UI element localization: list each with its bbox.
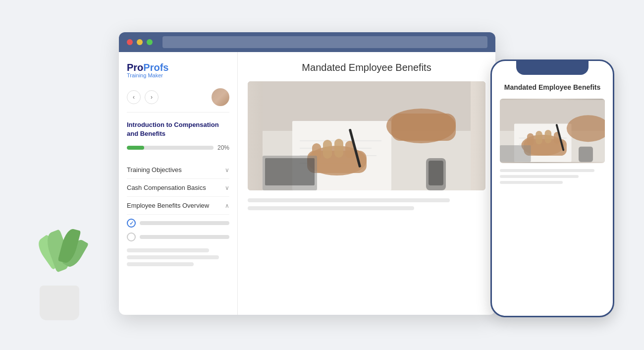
placeholder-line	[127, 248, 209, 252]
phone-placeholder-line	[500, 175, 579, 178]
main-content: Mandated Employee Benefits	[238, 52, 495, 315]
svg-rect-33	[500, 145, 531, 162]
svg-rect-19	[429, 161, 443, 185]
phone-lesson-title: Mandated Employee Benefits	[500, 83, 605, 93]
progress-bar-background	[127, 146, 214, 150]
placeholder-lines	[127, 248, 229, 273]
browser-window: ProProfs Training Maker ‹ › Introduction…	[119, 32, 495, 315]
sidebar-item-training-objectives[interactable]: Training Objectives ∨	[127, 161, 229, 179]
browser-titlebar	[119, 32, 495, 52]
forward-button[interactable]: ›	[145, 90, 159, 104]
course-title: Introduction to Compensation and Benefit…	[127, 120, 229, 138]
sidebar: ProProfs Training Maker ‹ › Introduction…	[119, 52, 238, 315]
sub-item-bar	[140, 235, 229, 239]
empty-circle-icon	[127, 233, 136, 241]
phone-placeholder-line	[500, 181, 563, 184]
plant-leaves	[35, 226, 84, 286]
svg-rect-29	[545, 130, 551, 143]
progress-row: 20%	[127, 144, 229, 151]
content-placeholders	[248, 198, 485, 210]
fullscreen-button-icon[interactable]	[147, 39, 153, 45]
logo-subtitle: Training Maker	[127, 72, 168, 78]
plant-decoration	[35, 226, 84, 320]
chevron-up-icon: ∧	[225, 202, 229, 209]
phone-notch	[516, 61, 589, 75]
svg-rect-34	[579, 146, 593, 162]
phone-lesson-image	[500, 99, 605, 163]
sidebar-item-label: Employee Benefits Overview	[127, 202, 209, 209]
close-button-icon[interactable]	[127, 39, 133, 45]
phone-mockup: Mandated Employee Benefits	[490, 59, 614, 317]
chevron-down-icon: ∨	[225, 184, 229, 191]
sidebar-item-employee-benefits[interactable]: Employee Benefits Overview ∧	[127, 197, 229, 215]
check-circle-icon: ✓	[127, 219, 136, 228]
phone-placeholder-line	[500, 169, 594, 172]
progress-bar-fill	[127, 146, 144, 150]
sub-item-completed[interactable]: ✓	[127, 219, 229, 228]
back-button[interactable]: ‹	[127, 90, 141, 104]
content-placeholder-line	[248, 206, 414, 210]
logo-area: ProProfs Training Maker	[127, 62, 229, 78]
avatar[interactable]	[212, 88, 229, 106]
logo: ProProfs	[127, 62, 168, 73]
logo-profs-text: Profs	[143, 62, 168, 73]
url-bar[interactable]	[162, 36, 487, 48]
placeholder-line	[127, 255, 219, 259]
svg-rect-17	[265, 158, 315, 185]
svg-rect-11	[334, 139, 343, 158]
sub-item-bar	[140, 221, 229, 225]
chevron-down-icon: ∨	[225, 167, 229, 174]
lesson-title: Mandated Employee Benefits	[248, 62, 485, 73]
svg-rect-15	[391, 114, 456, 141]
sidebar-item-label: Training Objectives	[127, 166, 182, 174]
browser-content: ProProfs Training Maker ‹ › Introduction…	[119, 52, 495, 315]
sidebar-item-label: Cash Compensation Basics	[127, 184, 206, 191]
content-placeholder-line	[248, 198, 450, 202]
phone-content: Mandated Employee Benefits	[492, 75, 613, 195]
hand-writing-image	[248, 81, 485, 190]
minimize-button-icon[interactable]	[137, 39, 143, 45]
svg-rect-10	[323, 140, 332, 159]
checkmark-icon: ✓	[129, 220, 134, 227]
scene: ProProfs Training Maker ‹ › Introduction…	[0, 0, 644, 350]
sub-items-list: ✓	[127, 215, 229, 248]
plant-pot	[40, 286, 79, 320]
lesson-image-svg	[248, 81, 485, 190]
nav-buttons: ‹ ›	[127, 90, 159, 104]
svg-rect-28	[536, 131, 542, 144]
browser-nav-row: ‹ ›	[127, 88, 229, 113]
svg-rect-27	[527, 133, 534, 145]
lesson-image	[248, 81, 485, 190]
sub-item-incomplete[interactable]	[127, 233, 229, 241]
placeholder-line	[127, 262, 194, 266]
progress-percentage: 20%	[217, 144, 229, 151]
logo-pro-text: Pro	[127, 62, 143, 73]
sidebar-item-cash-compensation[interactable]: Cash Compensation Basics ∨	[127, 179, 229, 197]
phone-image-svg	[500, 99, 605, 163]
phone-placeholder-lines	[500, 169, 605, 184]
